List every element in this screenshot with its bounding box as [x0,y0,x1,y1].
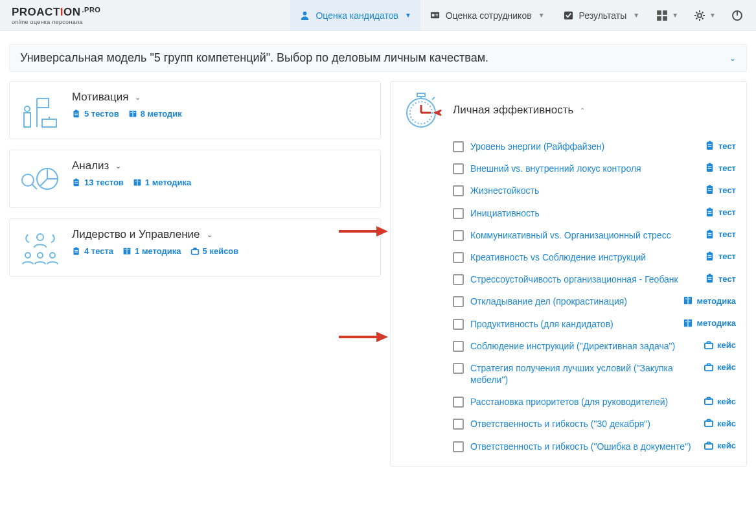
card-title-toggle[interactable]: Личная эффективность ⌃ [453,91,585,130]
card-title-toggle[interactable]: Анализ⌄ [72,159,370,172]
settings-button[interactable]: ▼ [686,0,724,30]
meta-item[interactable]: 1 методика [133,178,191,187]
item-tag[interactable]: тест [705,141,736,151]
item-checkbox[interactable] [453,230,464,241]
item-tag-text: кейс [717,419,736,428]
apps-button[interactable]: ▼ [648,0,686,30]
item-tag-text: методика [696,318,736,328]
item-tag-text: кейс [717,397,736,406]
item-tag-text: тест [718,251,736,261]
item-checkbox[interactable] [453,296,464,307]
logo-subtitle: online оценка персонала [12,19,100,25]
test-item-row: Инициативность тест [453,203,736,224]
item-tag[interactable]: методика [683,318,736,329]
category-icon [19,228,62,267]
item-checkbox[interactable] [453,141,464,152]
meta-item[interactable]: 5 кейсов [190,246,239,256]
annotation-arrow-icon [339,331,389,345]
page-title: Универсальная модель "5 групп компетенци… [20,51,488,65]
test-item-row: Стратегия получения лучших условий ("Зак… [453,358,736,390]
item-tag[interactable]: кейс [704,340,736,351]
nav-employees[interactable]: Оценка сотрудников ▼ [420,0,554,30]
item-label-link[interactable]: Откладывание дел (прокрастинация) [470,295,676,307]
item-label-link[interactable]: Продуктивность (для кандидатов) [470,318,676,330]
chevron-down-icon: ▼ [405,12,411,19]
item-tag[interactable]: методика [683,295,736,306]
logo-text: PROACTION.PRO [12,6,100,19]
item-label-link[interactable]: Ответственность и гибкость ("Ошибка в до… [470,441,697,452]
item-label-link[interactable]: Внешний vs. внутренний локус контроля [470,163,698,174]
content-columns: Мотивация⌄ 5 тестов8 методик Анализ⌄ 13 … [0,81,756,480]
item-tag[interactable]: тест [705,163,736,173]
item-checkbox[interactable] [453,419,464,430]
item-checkbox[interactable] [453,185,464,196]
nav-candidates[interactable]: Оценка кандидатов ▼ [290,0,420,30]
item-tag[interactable]: тест [705,185,736,195]
item-checkbox[interactable] [453,341,464,352]
item-label-link[interactable]: Коммуникативный vs. Организационный стре… [470,229,698,241]
item-label-link[interactable]: Креативность vs Соблюдение инструкций [470,251,698,263]
meta-item[interactable]: 8 методик [128,109,182,119]
logo[interactable]: PROACTION.PRO online оценка персонала [12,6,100,25]
meta-item[interactable]: 5 тестов [72,109,119,119]
meta-text: 1 методика [145,178,191,187]
card-meta: 13 тестов1 методика [72,178,370,187]
chevron-down-icon: ⌄ [729,54,736,63]
page-title-bar[interactable]: Универсальная модель "5 групп компетенци… [9,44,747,72]
item-tag[interactable]: кейс [704,441,736,451]
left-column: Мотивация⌄ 5 тестов8 методик Анализ⌄ 13 … [9,81,381,467]
meta-text: 5 кейсов [203,246,239,256]
item-checkbox[interactable] [453,363,464,374]
meta-item[interactable]: 1 методика [122,246,181,256]
item-checkbox[interactable] [453,163,464,174]
item-tag[interactable]: тест [705,251,736,262]
item-tag[interactable]: кейс [704,396,736,406]
item-label-link[interactable]: Стрессоустойчивость организационная - Ге… [470,273,698,285]
item-checkbox[interactable] [453,274,464,285]
test-item-row: Расстановка приоритетов (для руководител… [453,391,736,412]
card-title-toggle[interactable]: Лидерство и Управление⌄ [72,228,370,241]
test-item-row: Соблюдение инструкций ("Директивная зада… [453,336,736,356]
item-tag[interactable]: тест [705,207,736,218]
item-label-link[interactable]: Уровень энергии (Райффайзен) [470,141,698,152]
meta-text: 8 методик [141,109,182,119]
item-label-link[interactable]: Расстановка приоритетов (для руководител… [470,396,697,408]
item-tag[interactable]: кейс [704,362,736,373]
item-checkbox[interactable] [453,208,464,219]
test-item-row: Откладывание дел (прокрастинация) методи… [453,291,736,312]
meta-item[interactable]: 4 теста [72,246,113,256]
item-tag[interactable]: кейс [704,418,736,428]
item-tag[interactable]: тест [705,229,736,240]
item-tag-text: тест [718,207,736,217]
meta-item[interactable]: 13 тестов [72,178,124,187]
test-item-row: Ответственность и гибкость ("Ошибка в до… [453,436,736,457]
item-label-link[interactable]: Стратегия получения лучших условий ("Зак… [470,362,697,386]
card-title: Лидерство и Управление [72,228,200,241]
item-tag-text: тест [718,229,736,239]
logout-button[interactable] [724,0,751,30]
item-label-link[interactable]: Ответственность и гибкость ("30 декабря"… [470,418,697,430]
card-title-toggle[interactable]: Мотивация⌄ [72,91,370,104]
item-tag-text: тест [718,274,736,284]
card-title: Мотивация [72,91,128,104]
test-item-row: Внешний vs. внутренний локус контроля те… [453,158,736,179]
item-checkbox[interactable] [453,397,464,408]
nav-results[interactable]: Результаты ▼ [554,0,649,30]
user-icon [299,10,310,21]
item-label-link[interactable]: Соблюдение инструкций ("Директивная зада… [470,340,697,352]
stopwatch-icon [400,91,442,130]
item-tag[interactable]: тест [705,273,736,284]
item-tag-text: кейс [717,362,736,372]
competency-card: Мотивация⌄ 5 тестов8 методик [9,81,381,139]
item-label-link[interactable]: Инициативность [470,207,698,219]
item-label-link[interactable]: Жизнестойкость [470,185,698,196]
item-checkbox[interactable] [453,252,464,263]
item-checkbox[interactable] [453,441,464,452]
item-checkbox[interactable] [453,319,464,330]
main-nav: Оценка кандидатов ▼ Оценка сотрудников ▼… [290,0,751,30]
right-column: Личная эффективность ⌃ Уровень энергии (… [390,81,747,467]
meta-text: 1 методика [135,246,181,256]
chevron-down-icon: ▼ [672,12,678,19]
card-title: Личная эффективность [453,104,573,117]
test-item-row: Уровень энергии (Райффайзен) тест [453,136,736,157]
